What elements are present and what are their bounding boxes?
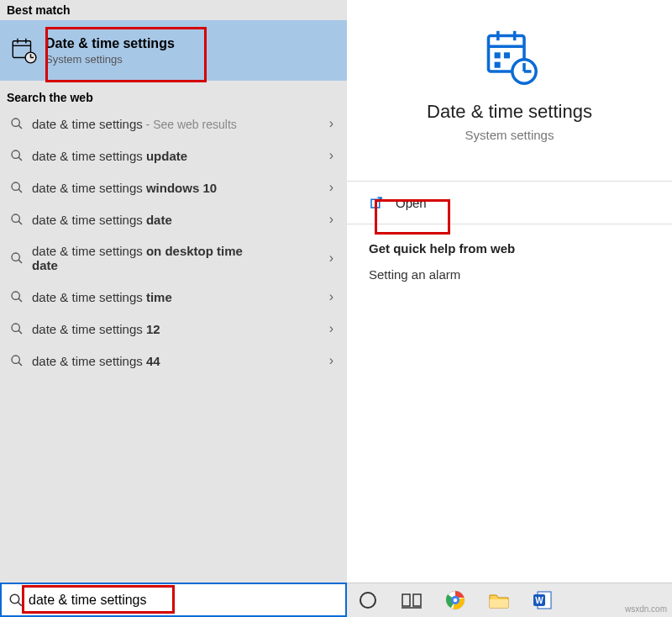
chrome-icon[interactable]	[444, 589, 466, 611]
svg-rect-39	[413, 594, 421, 606]
word-icon[interactable]: W	[532, 589, 554, 611]
svg-rect-27	[494, 52, 500, 58]
web-result-label: date & time settings 44	[32, 354, 160, 368]
preview-title: Date & time settings	[347, 101, 672, 123]
svg-rect-46	[490, 599, 508, 608]
calendar-clock-icon	[347, 0, 672, 86]
svg-point-37	[360, 593, 375, 608]
web-result-item[interactable]: date & time settings - See web results›	[0, 108, 347, 140]
svg-line-8	[18, 125, 22, 129]
svg-line-14	[18, 221, 22, 224]
web-result-label: date & time settings - See web results	[32, 117, 237, 131]
svg-text:W: W	[535, 596, 543, 605]
calendar-clock-icon	[8, 35, 39, 66]
web-result-label: date & time settings update	[32, 149, 187, 163]
web-result-item[interactable]: date & time settings 12›	[0, 313, 347, 345]
results-panel: Best match Date & time settings System s…	[0, 0, 347, 583]
annotation-highlight	[375, 199, 450, 235]
web-result-item[interactable]: date & time settings 44›	[0, 345, 347, 377]
svg-rect-38	[402, 594, 410, 606]
svg-line-10	[18, 157, 22, 161]
chevron-right-icon: ›	[329, 321, 333, 336]
chevron-right-icon: ›	[329, 148, 333, 163]
web-result-label: date & time settings 12	[32, 322, 160, 336]
web-result-item[interactable]: date & time settings date›	[0, 203, 347, 235]
annotation-highlight	[45, 27, 207, 82]
search-icon	[10, 181, 24, 194]
chevron-right-icon: ›	[329, 212, 333, 227]
preview-subtitle: System settings	[347, 128, 672, 142]
chevron-right-icon: ›	[329, 250, 333, 266]
best-match-label: Best match	[0, 0, 347, 20]
web-result-label: date & time settings windows 10	[32, 181, 217, 195]
search-icon	[10, 149, 24, 162]
chevron-right-icon: ›	[329, 289, 333, 304]
svg-rect-29	[494, 62, 500, 68]
svg-point-7	[12, 119, 19, 126]
preview-panel: Date & time settings System settings Ope…	[347, 0, 672, 583]
chevron-right-icon: ›	[329, 180, 333, 195]
search-icon	[10, 354, 24, 367]
task-view-icon[interactable]	[401, 589, 423, 611]
web-result-label: date & time settings time	[32, 290, 172, 304]
svg-point-35	[10, 594, 19, 604]
svg-point-17	[12, 292, 19, 299]
web-result-item[interactable]: date & time settings time›	[0, 281, 347, 313]
quick-help-item[interactable]: Setting an alarm	[347, 264, 672, 285]
svg-point-19	[12, 324, 19, 331]
watermark: wsxdn.com	[625, 604, 667, 614]
web-result-label: date & time settings date	[32, 213, 172, 227]
svg-point-13	[12, 214, 19, 222]
web-result-item[interactable]: date & time settings on desktop time dat…	[0, 235, 347, 281]
cortana-icon[interactable]	[357, 589, 379, 611]
web-result-item[interactable]: date & time settings windows 10›	[0, 171, 347, 203]
svg-rect-28	[503, 52, 509, 58]
file-explorer-icon[interactable]	[488, 589, 510, 611]
search-icon	[10, 117, 24, 130]
svg-point-11	[12, 182, 19, 190]
chevron-right-icon: ›	[329, 116, 333, 131]
svg-line-12	[18, 189, 22, 192]
search-icon	[10, 251, 24, 265]
search-icon	[10, 213, 24, 226]
svg-line-16	[18, 260, 22, 263]
search-icon	[10, 322, 24, 335]
svg-line-22	[18, 362, 22, 366]
taskbar: W	[347, 583, 672, 617]
web-results-list: date & time settings - See web results›d…	[0, 108, 347, 583]
svg-line-18	[18, 298, 22, 302]
annotation-highlight	[22, 585, 175, 614]
web-result-item[interactable]: date & time settings update›	[0, 140, 347, 171]
svg-point-21	[12, 356, 19, 363]
search-icon	[10, 290, 24, 303]
svg-point-15	[12, 253, 19, 261]
web-result-label: date & time settings on desktop time dat…	[32, 244, 250, 272]
svg-point-45	[454, 599, 457, 602]
chevron-right-icon: ›	[329, 353, 333, 368]
svg-line-20	[18, 330, 22, 334]
svg-point-9	[12, 150, 19, 158]
search-web-label: Search the web	[0, 87, 347, 108]
